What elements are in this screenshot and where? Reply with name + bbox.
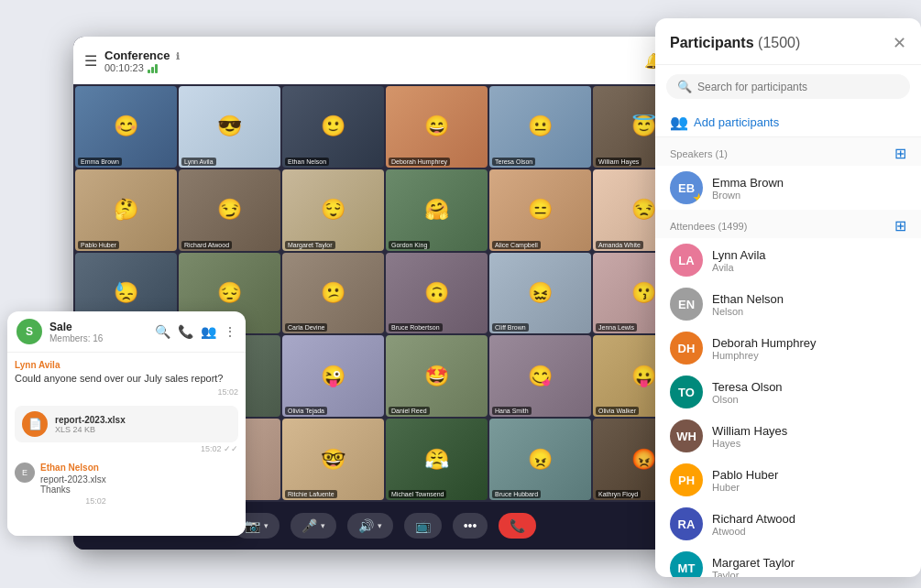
attendee-handle: Olson — [712, 394, 906, 405]
attendee-name: Pablo Huber — [712, 468, 906, 482]
participant-item-speaker[interactable]: EB ★ Emma Brown Brown — [655, 166, 921, 210]
attendee-handle: Taylor — [712, 570, 906, 578]
title-block: Conference ℹ 00:10:23 — [104, 49, 637, 73]
participant-face: 😏 — [179, 169, 280, 251]
video-name-tag: Hana Smith — [492, 407, 532, 415]
video-name-tag: Ethan Nelson — [285, 158, 329, 166]
video-name-tag: Jenna Lewis — [596, 323, 637, 332]
participant-face: 🤗 — [386, 169, 488, 251]
video-cell: 😎 Lynn Avila — [179, 86, 280, 168]
attendee-info: Richard Atwood Atwood — [712, 512, 906, 537]
speaker-button[interactable]: 🔊 ▾ — [347, 513, 393, 539]
attendee-avatar: EN — [670, 288, 703, 321]
participant-face: 😐 — [489, 86, 591, 168]
attendee-avatar: LA — [670, 244, 703, 277]
timer-text: 00:10:23 — [104, 62, 144, 73]
attendees-action-icon[interactable]: ⊞ — [894, 217, 906, 234]
participant-item[interactable]: PH Pablo Huber Huber — [655, 458, 921, 502]
self-text-2: Thanks — [40, 485, 106, 495]
camera-chevron: ▾ — [264, 521, 269, 530]
chat-message-2: 📄 report-2023.xlsx XLS 24 KB 15:02 ✓✓ — [15, 406, 238, 453]
file-bubble[interactable]: 📄 report-2023.xlsx XLS 24 KB — [15, 406, 238, 442]
attendee-initials: WH — [676, 430, 696, 443]
mic-button[interactable]: 🎤 ▾ — [291, 513, 336, 539]
chat-persons-icon[interactable]: 👥 — [201, 324, 216, 339]
conference-title: Conference ℹ — [104, 49, 637, 62]
attendee-info: William Hayes Hayes — [712, 424, 906, 449]
menu-icon[interactable]: ☰ — [84, 52, 97, 70]
info-icon[interactable]: ℹ — [176, 51, 180, 61]
file-info: report-2023.xlsx XLS 24 KB — [55, 415, 231, 434]
attendee-initials: RA — [678, 517, 696, 531]
message-time-3: 15:02 — [40, 496, 106, 506]
conference-header: ☰ Conference ℹ 00:10:23 🔔 ⊞ — [73, 37, 696, 84]
chat-message-3: E Ethan Nelson report-2023.xlsx Thanks 1… — [15, 463, 238, 506]
search-input[interactable] — [697, 81, 899, 93]
attendee-info: Margaret Taylor Taylor — [712, 556, 906, 578]
add-participants-button[interactable]: 👥 Add participants — [655, 108, 921, 137]
video-name-tag: Lynn Avila — [181, 158, 216, 166]
speakers-section-title: Speakers (1) — [670, 148, 894, 159]
chat-header: S Sale Members: 16 🔍 📞 👥 ⋮ — [7, 311, 246, 353]
chat-call-icon[interactable]: 📞 — [178, 324, 193, 339]
more-button[interactable]: ••• — [453, 513, 488, 539]
video-name-tag: Daniel Reed — [389, 407, 430, 415]
chat-more-icon[interactable]: ⋮ — [224, 324, 236, 339]
attendee-avatar: DH — [670, 332, 703, 365]
attendee-info: Lynn Avila Avila — [712, 248, 906, 273]
speaker-initials: EB — [678, 181, 695, 195]
participants-panel: Participants (1500) ✕ 🔍 👥 Add participan… — [655, 18, 921, 577]
participant-face: 🤩 — [386, 335, 488, 417]
video-name-tag: Ritchie Lafuente — [285, 490, 337, 498]
speakers-action-icon[interactable]: ⊞ — [894, 145, 906, 162]
video-cell: 🤓 Ritchie Lafuente — [282, 419, 384, 500]
participant-item[interactable]: DH Deborah Humphrey Humphrey — [655, 326, 921, 370]
chat-messages: Lynn Avila Could anyone send over our Ju… — [7, 353, 246, 536]
screen-icon: 📺 — [415, 518, 431, 533]
participant-item[interactable]: WH William Hayes Hayes — [655, 414, 921, 458]
video-cell: 😐 Teresa Olson — [489, 86, 591, 168]
close-icon[interactable]: ✕ — [893, 33, 906, 53]
screen-share-button[interactable]: 📺 — [404, 513, 442, 539]
attendee-name: Ethan Nelson — [712, 292, 906, 306]
video-name-tag: William Hayes — [596, 158, 641, 166]
chat-members-count: Members: 16 — [49, 333, 148, 343]
attendee-handle: Huber — [712, 482, 906, 493]
speaker-info: Emma Brown Brown — [712, 176, 906, 201]
participant-list: Speakers (1) ⊞ EB ★ Emma Brown Brown Att… — [655, 137, 921, 577]
attendee-avatar: MT — [670, 551, 703, 577]
video-cell: 😋 Hana Smith — [489, 335, 591, 417]
message-sender-1: Lynn Avila — [15, 360, 238, 370]
chat-search-icon[interactable]: 🔍 — [155, 324, 170, 339]
end-call-button[interactable]: 📞 — [499, 513, 536, 539]
video-name-tag: Gordon King — [389, 241, 430, 249]
video-cell: 😏 Richard Atwood — [179, 169, 280, 251]
video-name-tag: Olivia Walker — [596, 407, 639, 415]
file-size: XLS 24 KB — [55, 425, 231, 434]
participant-face: 🙂 — [282, 86, 384, 168]
self-text-1: report-2023.xlsx — [40, 474, 106, 485]
participant-face: 😖 — [489, 253, 591, 334]
file-icon: 📄 — [22, 411, 48, 437]
video-cell: 😖 Cliff Brown — [489, 253, 591, 334]
participant-face: 🤓 — [282, 419, 384, 500]
add-people-icon: 👥 — [670, 114, 688, 131]
attendee-handle: Avila — [712, 262, 906, 273]
participant-item[interactable]: TO Teresa Olson Olson — [655, 370, 921, 414]
video-name-tag: Kathryn Floyd — [596, 490, 641, 498]
video-name-tag: Deborah Humphrey — [389, 158, 450, 166]
participant-item[interactable]: RA Richard Atwood Atwood — [655, 502, 921, 546]
video-name-tag: Pablo Huber — [78, 241, 119, 249]
attendee-name: Richard Atwood — [712, 512, 906, 526]
participant-item[interactable]: MT Margaret Taylor Taylor — [655, 546, 921, 577]
speaker-handle: Brown — [712, 190, 906, 201]
camera-icon: 📷 — [245, 518, 260, 533]
participant-face: 😊 — [75, 86, 177, 168]
attendee-initials: LA — [678, 254, 694, 267]
participant-item[interactable]: LA Lynn Avila Avila — [655, 238, 921, 282]
video-name-tag: Teresa Olson — [492, 158, 535, 166]
video-cell: 🤩 Daniel Reed — [386, 335, 488, 417]
participant-face: 😠 — [489, 419, 591, 500]
message-time-1: 15:02 — [15, 387, 238, 397]
participant-item[interactable]: EN Ethan Nelson Nelson — [655, 282, 921, 326]
